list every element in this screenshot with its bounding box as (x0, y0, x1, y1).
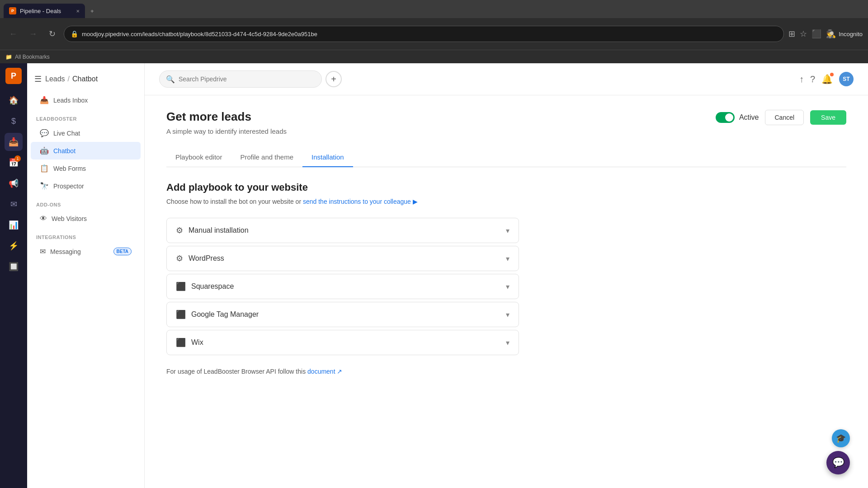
nav-forward-button[interactable]: → (25, 28, 41, 41)
app-logo[interactable]: P (5, 68, 22, 84)
messaging-icon: ✉ (40, 247, 46, 256)
nav-back-button[interactable]: ← (5, 28, 21, 41)
app-container: P 🏠 $ 📥 📅 1 📢 ✉ 📊 ⚡ 🔲 ••• ☰ Leads / Chat… (0, 63, 868, 488)
web-forms-icon: 📋 (40, 164, 49, 173)
icon-bar-activities[interactable]: 📅 1 (5, 154, 23, 172)
bookmark-icon[interactable]: ☆ (800, 29, 807, 39)
tab-add-button[interactable]: + (85, 4, 103, 18)
icon-bar: P 🏠 $ 📥 📅 1 📢 ✉ 📊 ⚡ 🔲 ••• (0, 63, 27, 488)
sidebar-web-visitors-label: Web Visitors (52, 215, 87, 222)
gtm-title: Google Tag Manager (191, 310, 500, 319)
sidebar-section-addons: ADD-ONS (27, 195, 144, 210)
share-icon[interactable]: ↑ (799, 74, 804, 84)
search-input[interactable] (179, 75, 315, 83)
chat-widget-icon: 💬 (832, 457, 844, 469)
bell-icon[interactable]: 🔔 (821, 74, 833, 84)
wix-chevron-icon: ▾ (506, 338, 509, 347)
icon-bar-leads[interactable]: 📥 (5, 133, 23, 151)
help-icon[interactable]: ? (810, 74, 815, 84)
accordion-item-manual: ⚙ Manual installation ▾ (166, 218, 519, 243)
learn-widget-button[interactable]: 🎓 (832, 429, 850, 447)
accordion-header-squarespace[interactable]: ⬛ Squarespace ▾ (167, 274, 519, 299)
wordpress-title: WordPress (189, 254, 500, 263)
sidebar-messaging-label: Messaging (50, 248, 81, 255)
icon-bar-deals[interactable]: $ (5, 112, 23, 130)
icon-bar-apps[interactable]: 🔲 (5, 258, 23, 276)
icon-bar-campaigns[interactable]: 📢 (5, 174, 23, 192)
chatbot-icon: 🤖 (40, 146, 49, 155)
cancel-button[interactable]: Cancel (765, 110, 804, 125)
wordpress-icon: ⚙ (176, 253, 183, 263)
icon-bar-home[interactable]: 🏠 (5, 91, 23, 109)
lock-icon: 🔒 (71, 30, 78, 38)
icon-bar-mail[interactable]: ✉ (5, 195, 23, 213)
sidebar-item-messaging[interactable]: ✉ Messaging BETA (31, 243, 141, 260)
page-content: Get more leads A simple way to identify … (145, 95, 868, 389)
messaging-beta-badge: BETA (113, 248, 132, 255)
wordpress-chevron-icon: ▾ (506, 254, 509, 263)
profile-icon[interactable]: ⬛ (811, 29, 821, 39)
leads-inbox-icon: 📥 (40, 96, 49, 104)
accordion-item-wordpress: ⚙ WordPress ▾ (166, 246, 519, 271)
sidebar-item-live-chat[interactable]: 💬 Live Chat (31, 124, 141, 142)
manual-install-title: Manual installation (189, 226, 500, 235)
gtm-chevron-icon: ▾ (506, 310, 509, 319)
toggle-label: Active (739, 113, 759, 122)
accordion-header-wix[interactable]: ⬛ Wix ▾ (167, 330, 519, 355)
page-title: Get more leads (166, 110, 287, 124)
colleague-link[interactable]: send the instructions to your colleague … (303, 198, 418, 205)
wix-icon: ⬛ (176, 338, 186, 347)
installation-section: Add playbook to your website Choose how … (166, 182, 846, 375)
breadcrumb-current: Chatbot (72, 75, 98, 83)
sidebar-menu-icon[interactable]: ☰ (34, 74, 42, 84)
tab-profile-theme[interactable]: Profile and theme (231, 148, 302, 167)
add-button[interactable]: + (326, 71, 342, 87)
tab-playbook-editor[interactable]: Playbook editor (166, 148, 231, 167)
tab-title: Pipeline - Deals (20, 8, 61, 14)
installation-desc: Choose how to install the bot on your we… (166, 198, 846, 205)
search-bar[interactable]: 🔍 (159, 70, 322, 88)
bookmarks-icon: 📁 (5, 54, 12, 60)
sidebar-item-web-visitors[interactable]: 👁 Web Visitors (31, 210, 141, 227)
browser-tab-active[interactable]: P Pipeline - Deals × (4, 4, 85, 18)
incognito-label: 🕵 Incognito (826, 29, 863, 39)
sidebar-item-prospector[interactable]: 🔭 Prospector (31, 177, 141, 195)
tab-close-button[interactable]: × (76, 8, 80, 14)
accordion-header-gtm[interactable]: ⬛ Google Tag Manager ▾ (167, 302, 519, 327)
notification-dot (830, 73, 834, 76)
document-link[interactable]: document ↗ (307, 368, 342, 375)
manual-chevron-icon: ▾ (506, 226, 509, 235)
icon-bar-reports[interactable]: 📊 (5, 216, 23, 234)
page-actions: Active Cancel Save (716, 110, 846, 125)
save-button[interactable]: Save (810, 110, 846, 125)
tab-installation[interactable]: Installation (302, 148, 353, 167)
avatar[interactable]: ST (839, 72, 854, 86)
sidebar: ☰ Leads / Chatbot 📥 Leads Inbox LEADBOOS… (27, 63, 145, 488)
sidebar-item-web-forms[interactable]: 📋 Web Forms (31, 160, 141, 177)
active-toggle[interactable] (716, 112, 735, 123)
sidebar-section-integrations: INTEGRATIONS (27, 227, 144, 243)
icon-bar-automations[interactable]: ⚡ (5, 237, 23, 255)
accordion: ⚙ Manual installation ▾ ⚙ WordPress ▾ (166, 218, 519, 357)
sidebar-chatbot-label: Chatbot (53, 147, 75, 155)
browser-chrome: P Pipeline - Deals × + ← → ↻ 🔒 moodjoy.p… (0, 0, 868, 50)
browser-tabs: P Pipeline - Deals × + (0, 0, 868, 18)
page-title-group: Get more leads A simple way to identify … (166, 110, 287, 135)
breadcrumb: Leads / Chatbot (45, 75, 98, 83)
web-visitors-icon: 👁 (40, 215, 47, 223)
nav-refresh-button[interactable]: ↻ (45, 27, 59, 41)
installation-title: Add playbook to your website (166, 182, 846, 193)
sidebar-item-chatbot[interactable]: 🤖 Chatbot (31, 142, 141, 160)
accordion-item-squarespace: ⬛ Squarespace ▾ (166, 274, 519, 299)
main-header: 🔍 + ↑ ? 🔔 ST (145, 63, 868, 95)
accordion-header-manual[interactable]: ⚙ Manual installation ▾ (167, 218, 519, 243)
url-bar[interactable]: 🔒 moodjoy.pipedrive.com/leads/chatbot/pl… (64, 26, 784, 42)
sidebar-header: ☰ Leads / Chatbot (27, 70, 144, 91)
breadcrumb-leads-link[interactable]: Leads (45, 75, 65, 83)
chat-widget-button[interactable]: 💬 (826, 451, 850, 474)
sidebar-item-leads-inbox[interactable]: 📥 Leads Inbox (31, 91, 141, 109)
accordion-header-wordpress[interactable]: ⚙ WordPress ▾ (167, 246, 519, 271)
wix-title: Wix (191, 338, 500, 347)
squarespace-title: Squarespace (191, 282, 500, 291)
extension-icon[interactable]: ⊞ (788, 29, 795, 39)
